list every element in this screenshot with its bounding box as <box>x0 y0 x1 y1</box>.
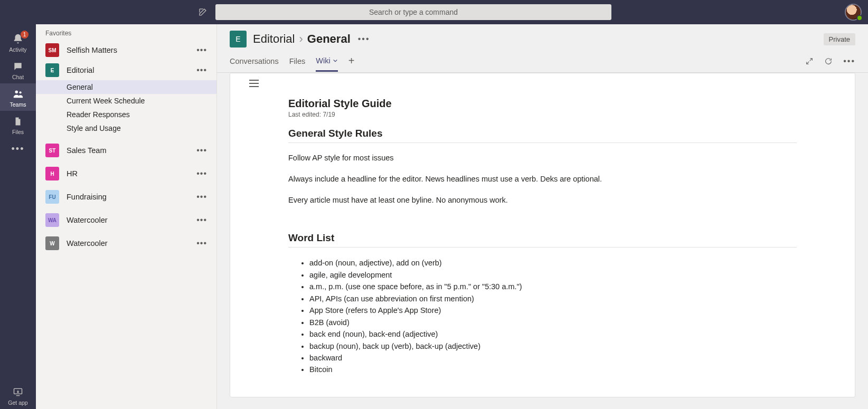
expand-button[interactable] <box>805 57 814 71</box>
teams-panel: Favorites SM Selfish Matters ••• E Edito… <box>36 24 217 409</box>
team-tile: E <box>45 63 59 77</box>
channel-reader-responses[interactable]: Reader Responses <box>36 108 216 121</box>
teams-icon <box>12 88 24 100</box>
more-icon[interactable]: ••• <box>193 192 210 202</box>
presence-available-icon <box>856 15 863 21</box>
more-icon[interactable]: ••• <box>193 215 210 225</box>
team-tile: H <box>45 167 59 180</box>
svg-point-0 <box>15 91 18 94</box>
rail-label: Chat <box>12 74 24 80</box>
team-name: Fundraising <box>67 193 193 201</box>
rail-label: Teams <box>10 101 26 108</box>
list-item: backward <box>309 352 797 364</box>
tab-wiki[interactable]: Wiki <box>316 56 337 72</box>
rail-files[interactable]: Files <box>0 111 36 138</box>
privacy-badge: Private <box>824 33 855 45</box>
rail-more[interactable]: ••• <box>0 138 36 160</box>
app-rail: 1 Activity Chat Teams Files ••• <box>0 24 36 409</box>
channel-current-week-schedule[interactable]: Current Week Schedule <box>36 94 216 108</box>
chevron-down-icon <box>333 58 338 63</box>
more-icon[interactable]: ••• <box>193 45 210 55</box>
title-bar: Search or type a command <box>0 0 868 24</box>
team-name: Watercooler <box>67 216 193 224</box>
chevron-right-icon: › <box>299 32 303 46</box>
refresh-button[interactable] <box>824 57 833 71</box>
breadcrumb: E Editorial › General ••• Private <box>230 31 855 47</box>
team-tile: W <box>45 236 59 250</box>
more-icon: ••• <box>12 144 25 155</box>
tab-conversations[interactable]: Conversations <box>230 57 279 71</box>
more-icon[interactable]: ••• <box>193 169 210 178</box>
breadcrumb-channel: General <box>307 32 351 46</box>
paragraph: Follow AP style for most issues <box>288 153 797 164</box>
team-tile: WA <box>45 213 59 227</box>
list-item: B2B (avoid) <box>309 317 797 328</box>
section-heading: Word List <box>288 232 797 248</box>
word-list: add-on (noun, adjective), add on (verb) … <box>288 257 797 376</box>
expand-icon <box>805 57 814 65</box>
tab-files[interactable]: Files <box>289 57 306 71</box>
last-edited: Last edited: 7/19 <box>288 111 797 118</box>
rail-get-app[interactable]: Get app <box>0 382 36 409</box>
rail-teams[interactable]: Teams <box>0 83 36 111</box>
rail-chat[interactable]: Chat <box>0 56 36 83</box>
files-icon <box>12 115 24 128</box>
team-tile: ST <box>45 144 59 157</box>
rail-label: Files <box>12 129 24 135</box>
list-item: agile, agile development <box>309 269 797 281</box>
team-sales-team[interactable]: ST Sales Team ••• <box>36 140 216 160</box>
refresh-icon <box>824 57 833 65</box>
section-heading: General Style Rules <box>288 128 797 143</box>
channel-general[interactable]: General <box>36 80 216 94</box>
download-icon <box>12 386 24 398</box>
team-selfish-matters[interactable]: SM Selfish Matters ••• <box>36 40 216 60</box>
breadcrumb-team[interactable]: Editorial <box>253 32 295 46</box>
team-tile: SM <box>45 43 59 57</box>
hamburger-icon[interactable] <box>249 80 259 87</box>
paragraph: Every article must have at least one byl… <box>288 195 797 206</box>
list-item: a.m., p.m. (use one space before, as in … <box>309 281 797 292</box>
more-icon[interactable]: ••• <box>193 65 210 75</box>
channel-more-button[interactable]: ••• <box>358 34 370 44</box>
activity-badge: 1 <box>21 31 29 39</box>
svg-point-1 <box>19 91 21 93</box>
list-item: API, APIs (can use abbreviation on first… <box>309 293 797 305</box>
team-editorial[interactable]: E Editorial ••• <box>36 60 216 80</box>
rail-activity[interactable]: 1 Activity <box>0 28 36 56</box>
chat-icon <box>12 60 24 73</box>
more-icon[interactable]: ••• <box>193 146 210 155</box>
section-favorites: Favorites <box>36 24 216 40</box>
more-icon[interactable]: ••• <box>193 239 210 248</box>
rail-label: Activity <box>9 46 26 53</box>
search-input[interactable]: Search or type a command <box>215 4 611 20</box>
content-header: E Editorial › General ••• Private <box>217 24 868 47</box>
team-tile: E <box>230 31 247 47</box>
search-placeholder: Search or type a command <box>369 8 458 16</box>
team-tile: FU <box>45 190 59 204</box>
wiki-scroll[interactable]: Editorial Style Guide Last edited: 7/19 … <box>217 73 868 409</box>
team-watercooler-1[interactable]: WA Watercooler ••• <box>36 210 216 230</box>
add-tab-button[interactable]: + <box>348 55 355 72</box>
tab-row: Conversations Files Wiki + ••• <box>217 47 868 73</box>
list-item: App Store (refers to Apple's App Store) <box>309 305 797 316</box>
wiki-body: Editorial Style Guide Last edited: 7/19 … <box>230 93 855 397</box>
team-hr[interactable]: H HR ••• <box>36 164 216 184</box>
team-name: Watercooler <box>67 239 193 248</box>
paragraph: Always include a headline for the editor… <box>288 174 797 185</box>
tab-more-button[interactable]: ••• <box>843 56 855 71</box>
list-item: backup (noun), back up (verb), back-up (… <box>309 340 797 352</box>
compose-button[interactable] <box>194 4 211 21</box>
wiki-card: Editorial Style Guide Last edited: 7/19 … <box>230 73 855 397</box>
channel-style-and-usage[interactable]: Style and Usage <box>36 121 216 135</box>
team-name: Editorial <box>67 66 193 74</box>
team-fundraising[interactable]: FU Fundraising ••• <box>36 187 216 207</box>
compose-icon <box>198 7 207 17</box>
team-name: Selfish Matters <box>67 46 193 54</box>
list-item: add-on (noun, adjective), add on (verb) <box>309 257 797 269</box>
list-item: Bitcoin <box>309 364 797 375</box>
list-item: back end (noun), back-end (adjective) <box>309 328 797 340</box>
team-watercooler-2[interactable]: W Watercooler ••• <box>36 233 216 253</box>
page-title: Editorial Style Guide <box>288 98 797 110</box>
rail-label: Get app <box>8 400 27 406</box>
team-name: HR <box>67 169 193 178</box>
